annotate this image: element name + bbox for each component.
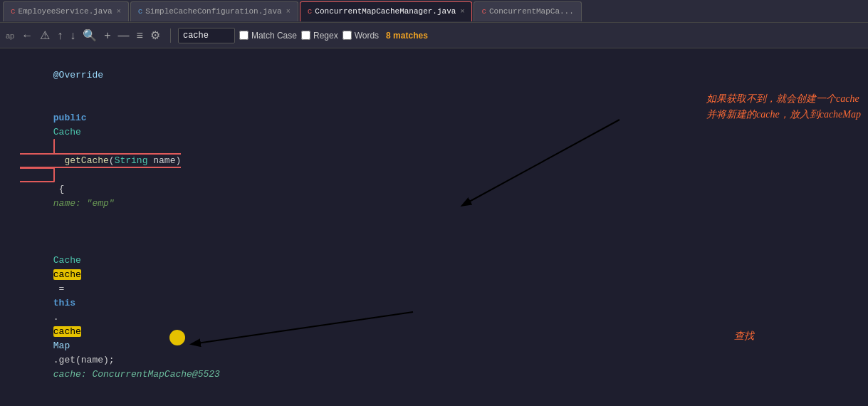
tab-icon-concurrent2: c	[481, 7, 486, 16]
search-input[interactable]	[178, 28, 235, 43]
equals-1: =	[53, 283, 70, 294]
regex-label[interactable]: Regex	[301, 31, 338, 41]
match-case-text: Match Case	[251, 31, 297, 41]
dot-get-1: .get(name);	[53, 355, 125, 365]
comment-cache: cache: ConcurrentMapCache@5523	[53, 369, 220, 380]
match-count: 8 matches	[386, 31, 428, 41]
code-line-1: @Override	[0, 54, 868, 97]
tab-label-simple: SimpleCacheConfiguration.java	[145, 7, 281, 16]
nav-back-button[interactable]: ←	[19, 28, 36, 43]
indent3	[53, 241, 75, 251]
toolbar-separator	[170, 28, 171, 43]
type-cache: Cache	[53, 127, 87, 137]
tab-icon-concurrent: c	[308, 7, 313, 16]
tab-label-concurrent2: ConcurrentMapCa...	[489, 7, 574, 16]
code-content-2: public Cache getCache(String name) { nam…	[20, 97, 862, 225]
code-content-1: @Override	[20, 54, 862, 97]
tab-icon-simple: c	[138, 7, 143, 16]
comment-emp: name: "emp"	[53, 198, 115, 209]
nav-down-button[interactable]: ↓	[67, 28, 78, 43]
annotation-override-1: @Override	[53, 70, 103, 80]
code-line-2: public Cache getCache(String name) { nam…	[0, 97, 868, 225]
cache-word-1: cache	[53, 269, 81, 280]
regex-checkbox[interactable]	[301, 31, 310, 40]
toolbar-nav: ← ⚠ ↑ ↓ 🔍 + ― ≡ ⚙	[19, 27, 163, 43]
paren-close: )	[175, 155, 181, 166]
nav-replace-button[interactable]: ≡	[134, 28, 146, 43]
toolbar: ap ← ⚠ ↑ ↓ 🔍 + ― ≡ ⚙ Match Case Regex Wo…	[0, 23, 868, 48]
tab-close-concurrent[interactable]: ×	[460, 8, 464, 16]
nav-add-button[interactable]: +	[101, 28, 113, 43]
match-case-label[interactable]: Match Case	[239, 31, 297, 41]
tab-concurrent2[interactable]: c ConcurrentMapCa...	[474, 1, 581, 21]
code-content-3: Cache cache = this . cache Map .get(name…	[20, 225, 862, 396]
words-checkbox[interactable]	[343, 31, 352, 40]
code-line-3: Cache cache = this . cache Map .get(name…	[0, 225, 868, 396]
toolbar-ap-label: ap	[6, 31, 14, 40]
brace-open: {	[53, 184, 70, 194]
type-cache2: Cache	[53, 255, 87, 266]
kw-public: public	[53, 113, 93, 123]
method-name: getCache	[64, 155, 108, 166]
nav-remove-button[interactable]: ―	[115, 28, 132, 43]
paren-open: (	[109, 155, 115, 166]
words-text: Words	[355, 31, 379, 41]
method-getcache: getCache(String name)	[20, 139, 181, 182]
match-case-checkbox[interactable]	[239, 31, 249, 40]
cachemap-1: cache	[53, 326, 81, 337]
tab-employee[interactable]: c EmployeeService.java ×	[3, 1, 129, 21]
words-label[interactable]: Words	[343, 31, 379, 41]
param-type: String	[115, 155, 148, 166]
dot-1: .	[53, 312, 59, 323]
map-1: Map	[53, 340, 70, 351]
tab-close-simple[interactable]: ×	[286, 8, 291, 16]
nav-stop-button[interactable]: ⚠	[37, 27, 53, 43]
tab-concurrent[interactable]: c ConcurrentMapCacheManager.java ×	[300, 1, 473, 21]
code-area: 如果获取不到，就会创建一个cache并将新建的cache，放入到cacheMap…	[0, 48, 868, 406]
nav-settings-button[interactable]: ⚙	[147, 27, 163, 43]
code-line-4: if ( cache == null && this .dynamic) {	[0, 396, 868, 406]
nav-up-button[interactable]: ↑	[54, 28, 66, 43]
tab-close-employee[interactable]: ×	[117, 8, 121, 16]
regex-text: Regex	[313, 31, 338, 41]
param-name: name	[147, 155, 175, 166]
tab-simple[interactable]: c SimpleCacheConfiguration.java ×	[130, 1, 298, 21]
nav-search-button[interactable]: 🔍	[80, 27, 100, 43]
kw-this-1: this	[53, 298, 75, 308]
tab-label-employee: EmployeeService.java	[19, 7, 113, 16]
tab-label-concurrent: ConcurrentMapCacheManager.java	[315, 7, 456, 16]
tab-icon-employee: c	[11, 7, 16, 16]
code-content-4: if ( cache == null && this .dynamic) {	[20, 396, 862, 406]
tab-bar: c EmployeeService.java × c SimpleCacheCo…	[0, 0, 868, 23]
